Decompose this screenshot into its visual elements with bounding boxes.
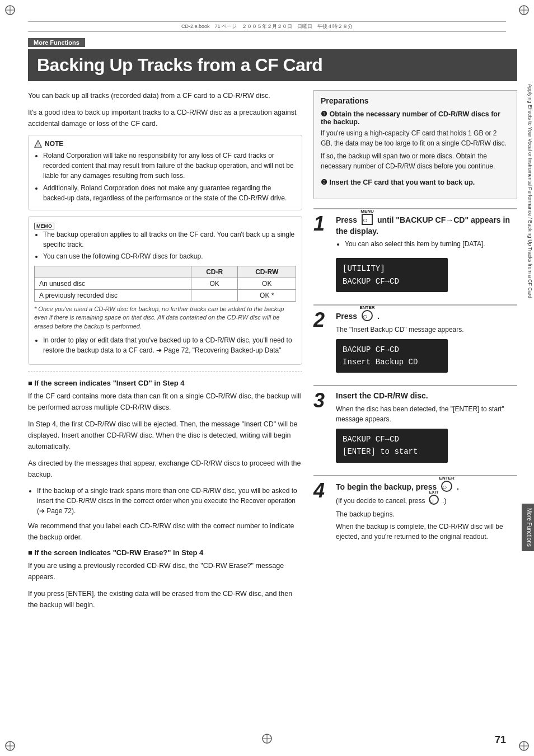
step-4-content: To begin the backup, press ENTER ○ . (If… (336, 481, 517, 542)
table-cell-1-0: A previously recorded disc (35, 290, 191, 302)
step-4-header: 4 To begin the backup, press ENTER ○ . (… (313, 481, 517, 542)
display-line-3-0: BACKUP CF→CD (343, 433, 441, 445)
display-line-1-1: BACKUP CF→CD (343, 275, 441, 288)
prep-item-1-para-1: If so, the backup will span two or more … (321, 151, 510, 171)
table-footnote: * Once you've used a CD-RW disc for back… (34, 305, 296, 331)
table-cell-0-2: OK (238, 278, 296, 290)
page-title: Backing Up Tracks from a CF Card (28, 49, 517, 81)
step-3-header: 3 Insert the CD-R/RW disc. When the disc… (313, 391, 517, 467)
corner-mark-bl (4, 740, 16, 752)
if-insert-cd-section: If the screen indicates "Insert CD" in S… (28, 379, 302, 543)
corner-mark-tl (4, 4, 16, 16)
note-title: ! NOTE (34, 140, 296, 148)
step-2-header: 2 Press ENTER ○ . The "Insert Backup CD"… (313, 310, 517, 377)
display-line-2-1: Insert Backup CD (343, 356, 441, 368)
corner-mark-tr (518, 4, 530, 16)
table-cell-1-2: OK * (238, 290, 296, 302)
step-2-content: Press ENTER ○ . The "Insert Backup CD" m… (336, 310, 517, 377)
page-number: 71 (495, 734, 506, 746)
step-1-bullet: You can also select this item by turning… (345, 239, 517, 249)
if-insert-cd-title: If the screen indicates "Insert CD" in S… (28, 379, 302, 387)
table-row: A previously recorded disc OK * (35, 290, 296, 302)
step-4-button-icon: ○ (441, 481, 452, 492)
display-line-3-1: [ENTER] to start (343, 445, 441, 458)
note-list: Roland Corporation will take no responsi… (34, 151, 296, 203)
table-row: An unused disc OK OK (35, 278, 296, 290)
step-2-display: BACKUP CF→CD Insert Backup CD (336, 339, 448, 373)
step-1-button-icon: ○ (362, 214, 373, 225)
if-insert-cd-para-1: In Step 4, the first CD-R/RW disc will b… (28, 419, 302, 452)
memo-box: MEMO The backup operation applies to all… (28, 216, 302, 365)
prep-item-2-title: ❷ Insert the CF card that you want to ba… (321, 178, 510, 186)
if-cdrw-erase-title: If the screen indicates "CD-RW Erase?" i… (28, 548, 302, 557)
if-insert-cd-list: If the backup of a single track spans mo… (28, 486, 302, 516)
step-1-bullets: You can also select this item by turning… (336, 239, 517, 249)
meta-line: CD-2.e.book 71 ページ ２００５年２月２０日 日曜日 午後４時２８… (28, 21, 506, 32)
left-column: You can back up all tracks (recorded dat… (28, 90, 302, 616)
step-4-desc1: The backup begins. (336, 509, 517, 519)
corner-mark-br (518, 740, 530, 752)
step-4-cancel-icon: ○ (429, 495, 439, 505)
step-1-header: 1 Press MENU ○ until "BACKUP CF→CD" appe… (313, 214, 517, 297)
memo-title: MEMO (34, 221, 296, 229)
note-box: ! NOTE Roland Corporation will take no r… (28, 135, 302, 210)
step-2-number: 2 (313, 310, 330, 330)
step-3-desc: When the disc has been detected, the "[E… (336, 404, 517, 424)
more-functions-badge: More Functions (28, 38, 85, 47)
step-4-button-label: ENTER (439, 475, 455, 481)
memo-item-3: In order to play or edit data that you'v… (43, 335, 296, 355)
step-2-button-icon: ○ (362, 310, 373, 321)
svg-text:!: ! (38, 143, 39, 147)
intro-para2: It's a good idea to back up important tr… (28, 107, 302, 129)
if-insert-cd-para-0: If the CF card contains more data than c… (28, 391, 302, 413)
step-1-number: 1 (313, 214, 330, 234)
step-2-title: Press ENTER ○ . (336, 310, 517, 322)
memo-list-2: In order to play or edit data that you'v… (34, 335, 296, 355)
two-col-layout: You can back up all tracks (recorded dat… (28, 90, 517, 616)
display-line-1-0: [UTILITY] (343, 262, 441, 275)
step-1-display: [UTILITY] BACKUP CF→CD (336, 258, 448, 292)
table-cell-0-0: An unused disc (35, 278, 191, 290)
disc-table: CD-R CD-RW An unused disc OK OK A previo… (34, 266, 296, 302)
prep-item-1-title: ❶ Obtain the necessary number of CD-R/RW… (321, 110, 510, 126)
prep-item-1: ❶ Obtain the necessary number of CD-R/RW… (321, 110, 510, 171)
prep-item-1-title-text: Obtain the necessary number of CD-R/RW d… (321, 110, 500, 126)
step-4-desc2: When the backup is complete, the CD-R/RW… (336, 522, 517, 542)
memo-item-2: You can use the following CD-R/RW discs … (43, 251, 296, 261)
step-1-content: Press MENU ○ until "BACKUP CF→CD" appear… (336, 214, 517, 297)
step-3-title: Insert the CD-R/RW disc. (336, 391, 517, 402)
right-column: Preparations ❶ Obtain the necessary numb… (313, 90, 517, 616)
prep-item-2: ❷ Insert the CF card that you want to ba… (321, 178, 510, 186)
sidebar-bottom-text: More Functions (522, 504, 534, 551)
step-4-title: To begin the backup, press ENTER ○ . (336, 481, 517, 493)
warning-triangle-icon: ! (34, 140, 42, 148)
bottom-center-mark (261, 733, 273, 746)
step-1: 1 Press MENU ○ until "BACKUP CF→CD" appe… (313, 208, 517, 297)
preparations-title: Preparations (321, 96, 510, 105)
step-3: 3 Insert the CD-R/RW disc. When the disc… (313, 385, 517, 467)
step-4-cancel: (If you decide to cancel, press EXIT ○ .… (336, 495, 517, 506)
memo-item-1: The backup operation applies to all trac… (43, 229, 296, 250)
display-line-2-0: BACKUP CF→CD (343, 344, 441, 356)
step-1-title: Press MENU ○ until "BACKUP CF→CD" appear… (336, 214, 517, 237)
step-3-content: Insert the CD-R/RW disc. When the disc h… (336, 391, 517, 467)
memo-list: The backup operation applies to all trac… (34, 229, 296, 261)
if-cdrw-erase-section: If the screen indicates "CD-RW Erase?" i… (28, 548, 302, 611)
step-4: 4 To begin the backup, press ENTER ○ . (… (313, 475, 517, 542)
table-cell-1-1 (191, 290, 238, 302)
step-2-desc: The "Insert Backup CD" message appears. (336, 325, 517, 335)
note-item-2: Additionally, Roland Corporation does no… (43, 183, 296, 203)
note-item-1: Roland Corporation will take no responsi… (43, 151, 296, 181)
dashed-separator (28, 372, 302, 372)
step-3-display: BACKUP CF→CD [ENTER] to start (336, 429, 448, 463)
preparations-panel: Preparations ❶ Obtain the necessary numb… (313, 90, 517, 199)
table-cell-0-1: OK (191, 278, 238, 290)
memo-icon: MEMO (34, 223, 54, 229)
main-content: More Functions Backing Up Tracks from a … (28, 38, 517, 734)
step-2: 2 Press ENTER ○ . The "Insert Backup CD"… (313, 304, 517, 377)
disc-table-header-1: CD-R (191, 266, 238, 278)
if-insert-cd-para-4: We recommend that you label each CD-R/RW… (28, 520, 302, 543)
step-4-number: 4 (313, 481, 330, 501)
if-insert-cd-bullet-0: If the backup of a single track spans mo… (37, 486, 302, 516)
step-1-button-label: MENU (360, 208, 374, 214)
